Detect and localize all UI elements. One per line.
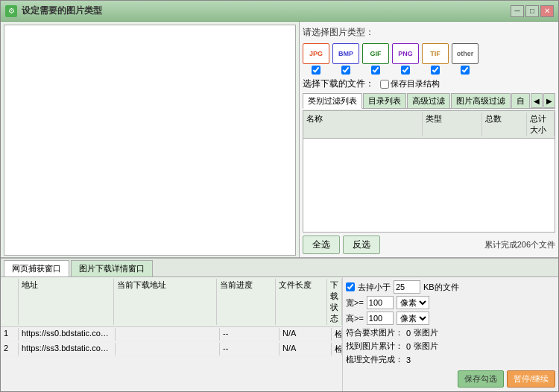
png-checkbox[interactable] <box>401 66 410 75</box>
match-value: 0 <box>406 329 411 338</box>
col-size-header: 总计大小 <box>527 113 555 136</box>
crawl-label: 找到图片累计： <box>346 341 403 352</box>
window-icon: ⚙ <box>5 5 17 17</box>
type-tif: TIF <box>422 43 449 75</box>
width-label: 宽>= <box>346 297 364 309</box>
row2-status: 检测中 <box>332 343 342 355</box>
other-checkbox[interactable] <box>461 66 470 75</box>
save-checked-button[interactable]: 保存勾选 <box>458 370 504 388</box>
height-unit-select[interactable]: 像素 <box>397 312 429 325</box>
filter-unit: KB的文件 <box>423 282 459 293</box>
right-header: 请选择图片类型： <box>303 25 555 40</box>
tab-directory-list[interactable]: 目录列表 <box>363 93 406 108</box>
parse-value: 3 <box>406 355 411 364</box>
width-unit-select[interactable]: 像素 <box>397 296 429 309</box>
download-table: 地址 当前下载地址 当前进度 文件长度 下载状态 1 https://ss0.b… <box>1 277 342 391</box>
tab-self[interactable]: 自 <box>511 93 530 108</box>
row1-status: 检测中 <box>332 328 342 341</box>
tab-image-advanced[interactable]: 图片高级过滤 <box>451 93 511 108</box>
row1-address: https://ss0.bdstatic.com/70cFuHSh_Q1YnxG… <box>19 328 116 341</box>
col-status-header: 下载状态 <box>327 279 342 325</box>
col-progress-header: 当前进度 <box>217 279 276 325</box>
crawl-value: 0 <box>406 342 411 351</box>
bottom-content: 地址 当前下载地址 当前进度 文件长度 下载状态 1 https://ss0.b… <box>1 277 558 391</box>
file-list-area: 名称 类型 总数 总计大小 <box>303 110 555 233</box>
row2-id: 2 <box>1 343 19 355</box>
download-table-header: 地址 当前下载地址 当前进度 文件长度 下载状态 <box>1 277 342 327</box>
type-gif: GIF <box>362 43 389 75</box>
title-controls: ─ □ ✕ <box>511 5 554 17</box>
pause-continue-button[interactable]: 暂停/继续 <box>507 370 555 388</box>
minimize-button[interactable]: ─ <box>511 5 524 17</box>
col-type-header: 类型 <box>423 113 482 136</box>
jpg-icon: JPG <box>303 43 329 64</box>
action-row: 保存勾选 暂停/继续 <box>346 370 555 388</box>
size-filter-row: 去掉小于 KB的文件 <box>346 280 555 294</box>
match-label: 符合要求图片： <box>346 327 403 338</box>
save-structure-label: 保存目录结构 <box>391 78 440 89</box>
width-input[interactable] <box>367 296 394 309</box>
file-list-header: 名称 类型 总数 总计大小 <box>303 111 555 139</box>
filter-tabs: 类别过滤列表 目录列表 高级过滤 图片高级过滤 自 ◀ ▶ <box>303 93 555 109</box>
col-count-header: 总数 <box>482 113 527 136</box>
bottom-buttons: 全选 反选 累计完成206个文件 <box>303 235 555 254</box>
tif-checkbox[interactable] <box>431 66 440 75</box>
row1-progress: -- <box>220 328 280 341</box>
crawl-stat-row: 找到图片累计： 0 张图片 <box>346 341 555 352</box>
filter-size-input[interactable] <box>394 280 420 294</box>
bmp-checkbox[interactable] <box>341 66 350 75</box>
tab-download-detail[interactable]: 图片下载详情窗口 <box>71 260 153 276</box>
image-types-row: JPG BMP GIF PNG TIF <box>303 43 555 75</box>
tif-icon: TIF <box>422 43 449 64</box>
col-name-header: 名称 <box>303 113 423 136</box>
select-files-label: 选择下载的文件： <box>303 78 374 90</box>
file-list-body <box>303 139 555 233</box>
tab-prev-button[interactable]: ◀ <box>531 93 543 108</box>
download-row-1: 1 https://ss0.bdstatic.com/70cFuHSh_Q1Yn… <box>1 327 342 342</box>
select-all-button[interactable]: 全选 <box>303 235 340 254</box>
col-address-header: 地址 <box>19 279 114 325</box>
match-stat-row: 符合要求图片： 0 张图片 <box>346 327 555 338</box>
bottom-section: 网页捕获窗口 图片下载详情窗口 地址 当前下载地址 当前进度 文件长度 下载状态… <box>1 257 558 391</box>
gif-checkbox[interactable] <box>371 66 380 75</box>
row1-id: 1 <box>1 328 19 341</box>
tab-category-filter[interactable]: 类别过滤列表 <box>303 93 362 109</box>
row1-current <box>116 328 220 341</box>
row2-progress: -- <box>220 343 280 355</box>
tab-webpage-capture[interactable]: 网页捕获窗口 <box>4 260 69 276</box>
size-filter-checkbox[interactable] <box>346 282 355 291</box>
filter-label: 去掉小于 <box>358 282 391 293</box>
height-input[interactable] <box>367 312 394 325</box>
match-unit: 张图片 <box>414 327 438 338</box>
parse-label: 梳理文件完成： <box>346 354 403 365</box>
tab-advanced-filter[interactable]: 高级过滤 <box>407 93 450 108</box>
parse-stat-row: 梳理文件完成： 3 <box>346 354 555 365</box>
tab-nav: ◀ ▶ <box>531 93 555 108</box>
bottom-tabs-row: 网页捕获窗口 图片下载详情窗口 <box>1 259 558 277</box>
row2-length: N/A <box>280 343 332 355</box>
window-title: 设定需要的图片类型 <box>22 4 511 17</box>
type-jpg: JPG <box>303 43 329 75</box>
main-content: 请选择图片类型： JPG BMP GIF PNG <box>1 22 558 257</box>
tab-next-button[interactable]: ▶ <box>543 93 555 108</box>
gif-icon: GIF <box>362 43 389 64</box>
save-structure-checkbox[interactable] <box>380 80 389 89</box>
type-other: other <box>452 43 479 75</box>
type-bmp: BMP <box>332 43 359 75</box>
col-length-header: 文件长度 <box>276 279 327 325</box>
close-button[interactable]: ✕ <box>540 5 554 17</box>
right-panel: 请选择图片类型： JPG BMP GIF PNG <box>300 22 558 257</box>
save-structure: 保存目录结构 <box>380 78 440 89</box>
main-window: ⚙ 设定需要的图片类型 ─ □ ✕ 请选择图片类型： JPG BMP <box>0 0 559 392</box>
height-label: 高>= <box>346 313 364 324</box>
png-icon: PNG <box>392 43 419 64</box>
download-row-2: 2 https://ss3.bdstatic.com/70cFv6Sh_Q1Yn… <box>1 342 342 357</box>
jpg-checkbox[interactable] <box>312 66 320 75</box>
col-current-addr-header: 当前下载地址 <box>114 279 217 325</box>
row2-address: https://ss3.bdstatic.com/70cFv6Sh_Q1YnxG… <box>19 343 116 355</box>
invert-select-button[interactable]: 反选 <box>343 235 380 254</box>
title-bar: ⚙ 设定需要的图片类型 ─ □ ✕ <box>1 1 558 22</box>
left-preview-area <box>4 25 296 256</box>
col-id-header <box>1 279 19 325</box>
maximize-button[interactable]: □ <box>525 5 539 17</box>
